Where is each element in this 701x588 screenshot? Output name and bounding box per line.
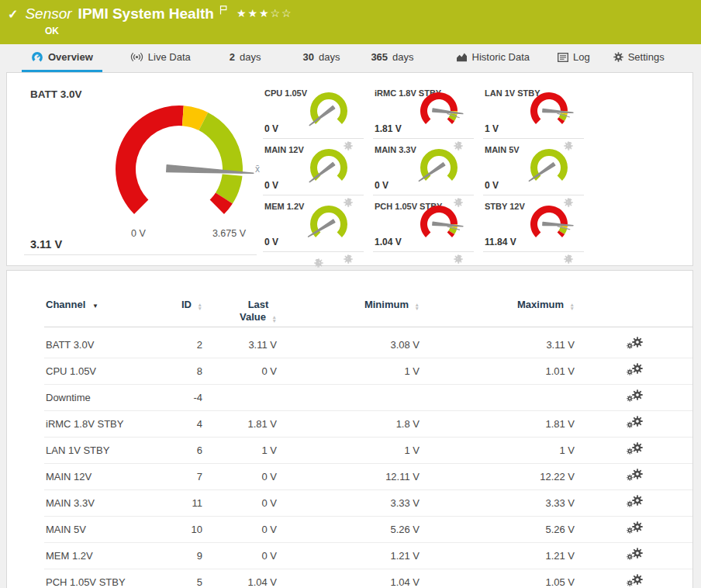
cell-channel: Downtime (44, 392, 161, 403)
cell-id: 10 (161, 524, 204, 535)
cell-id: 2 (161, 339, 204, 351)
tab-overview[interactable]: Overview (22, 44, 102, 72)
sort-icon: ▲▼ (198, 303, 202, 310)
channel-settings-button[interactable] (576, 548, 692, 565)
tab-settings[interactable]: Settings (604, 44, 674, 72)
small-gauge-tile: MAIN 3.3V 0 V (373, 139, 474, 195)
gauge-value: 1.81 V (375, 123, 402, 134)
table-header-row: Channel ▼ID ▲▼LastValue ▲▼Minimum ▲▼Maxi… (44, 271, 692, 327)
gauge-title: MEM 1.2V (264, 202, 304, 211)
channel-settings-button[interactable] (576, 337, 692, 354)
column-header-channel[interactable]: Channel ▼ (44, 299, 161, 313)
gauge-value: 0 V (264, 180, 278, 191)
sort-icon: ▲▼ (272, 316, 277, 323)
cell-maximum: 3.11 V (421, 339, 576, 351)
gauge-value: 0 V (485, 180, 499, 191)
svg-text:x̄: x̄ (255, 164, 260, 175)
channel-settings-button[interactable] (576, 363, 692, 380)
tab-label: Overview (48, 51, 93, 63)
cell-id: 6 (161, 444, 204, 456)
tab-label: Historic Data (472, 51, 530, 63)
cell-last-value: 0 V (204, 524, 278, 535)
table-body: BATT 3.0V 2 3.11 V 3.08 V 3.11 V CPU 1.0… (44, 332, 692, 588)
cell-minimum: 1 V (278, 444, 421, 456)
tab-live-data[interactable]: Live Data (121, 44, 200, 72)
cell-channel: PCH 1.05V STBY (44, 576, 161, 588)
channel-settings-gears-icon (627, 442, 643, 459)
tab-bar: OverviewLive Data2days30days365daysHisto… (0, 44, 701, 72)
channel-settings-button[interactable] (576, 521, 692, 538)
flag-icon[interactable] (219, 5, 227, 15)
sort-icon: ▲▼ (570, 303, 575, 310)
small-gauge-tile: STBY 12V 11.84 V (483, 195, 584, 252)
cell-minimum: 1 V (278, 365, 421, 377)
gauge-value: 11.84 V (485, 237, 516, 247)
channel-settings-button[interactable] (576, 495, 692, 512)
cell-minimum: 3.08 V (278, 339, 421, 351)
gauge-value: 0 V (375, 180, 388, 191)
small-gauges-grid: CPU 1.05V 0 V iRMC 1.8V STBY 1.81 V LAN … (263, 82, 584, 252)
channel-settings-gears-icon (627, 363, 643, 380)
small-gauge-tile: MAIN 5V 0 V (483, 139, 584, 195)
table-row: CPU 1.05V 8 0 V 1 V 1.01 V (44, 358, 692, 385)
priority-stars[interactable]: ★★★☆☆ (237, 7, 293, 19)
channel-settings-gears-icon (627, 389, 643, 406)
table-row: BATT 3.0V 2 3.11 V 3.08 V 3.11 V (44, 332, 692, 358)
sensor-kind-label: Sensor (25, 5, 71, 22)
channel-settings-button[interactable] (576, 574, 692, 588)
gauge (306, 89, 354, 131)
cell-maximum: 12.22 V (421, 471, 576, 483)
tab-label: days (392, 51, 413, 63)
tab-historic-data[interactable]: Historic Data (447, 44, 539, 72)
cell-maximum: 1.05 V (421, 576, 576, 588)
small-gauge-tile: CPU 1.05V 0 V (263, 82, 364, 139)
channel-settings-button[interactable] (576, 416, 692, 433)
cell-id: 9 (161, 550, 204, 562)
channel-settings-button[interactable] (576, 389, 692, 406)
gauge (527, 146, 575, 188)
cell-channel: MAIN 5V (44, 524, 161, 535)
cell-id: 4 (161, 418, 204, 430)
gear-icon (613, 52, 623, 62)
small-gauge-tile: MAIN 12V 0 V (263, 139, 364, 195)
cell-minimum: 1.21 V (278, 550, 421, 562)
gauge (306, 146, 354, 188)
column-header-id[interactable]: ID ▲▼ (161, 299, 204, 311)
tab-2-days[interactable]: 2days (220, 44, 271, 72)
tab-number: 30 (302, 51, 313, 63)
channel-settings-gears-icon (627, 548, 643, 565)
column-header-max[interactable]: Maximum ▲▼ (421, 299, 576, 311)
cell-last-value: 1 V (204, 444, 278, 456)
gauges-panel: BATT 3.0V x̄ 0 V 3.675 V 3.11 V CPU 1.05… (6, 72, 693, 266)
channel-settings-gears-icon (627, 469, 643, 486)
cell-channel: LAN 1V STBY (44, 444, 161, 456)
cell-maximum: 1.81 V (421, 418, 576, 430)
tab-number: 2 (230, 51, 235, 63)
tab-30-days[interactable]: 30days (293, 44, 349, 72)
cell-maximum: 1.21 V (421, 550, 576, 562)
column-header-min[interactable]: Minimum ▲▼ (278, 299, 421, 311)
gauge (416, 89, 464, 131)
cell-minimum: 5.26 V (278, 524, 421, 535)
tab-log[interactable]: Log (548, 44, 599, 72)
table-row: iRMC 1.8V STBY 4 1.81 V 1.8 V 1.81 V (44, 411, 692, 438)
table-row: MEM 1.2V 9 0 V 1.21 V 1.21 V (44, 543, 692, 569)
main-gauge-tile: BATT 3.0V x̄ 0 V 3.675 V 3.11 V (24, 82, 257, 255)
channel-settings-button[interactable] (576, 442, 692, 459)
cell-last-value: 0 V (204, 550, 278, 562)
cell-minimum: 1.8 V (278, 418, 421, 430)
small-gauge-tile: LAN 1V STBY 1 V (483, 82, 584, 139)
small-gauge-tile: PCH 1.05V STBY 1.04 V (373, 195, 474, 252)
cell-last-value: 0 V (204, 471, 278, 483)
tab-365-days[interactable]: 365days (361, 44, 423, 72)
column-header-last[interactable]: LastValue ▲▼ (204, 299, 278, 323)
tab-label: Settings (628, 51, 665, 63)
channel-settings-gears-icon (627, 521, 643, 538)
table-row: MAIN 5V 10 0 V 5.26 V 5.26 V (44, 517, 692, 543)
channel-settings-button[interactable] (576, 469, 692, 486)
chart-icon (456, 52, 468, 62)
cell-id: 11 (161, 497, 204, 509)
small-gauge-tile: iRMC 1.8V STBY 1.81 V (373, 82, 474, 139)
cell-channel: iRMC 1.8V STBY (44, 418, 161, 430)
channel-settings-gears-icon (627, 495, 643, 512)
